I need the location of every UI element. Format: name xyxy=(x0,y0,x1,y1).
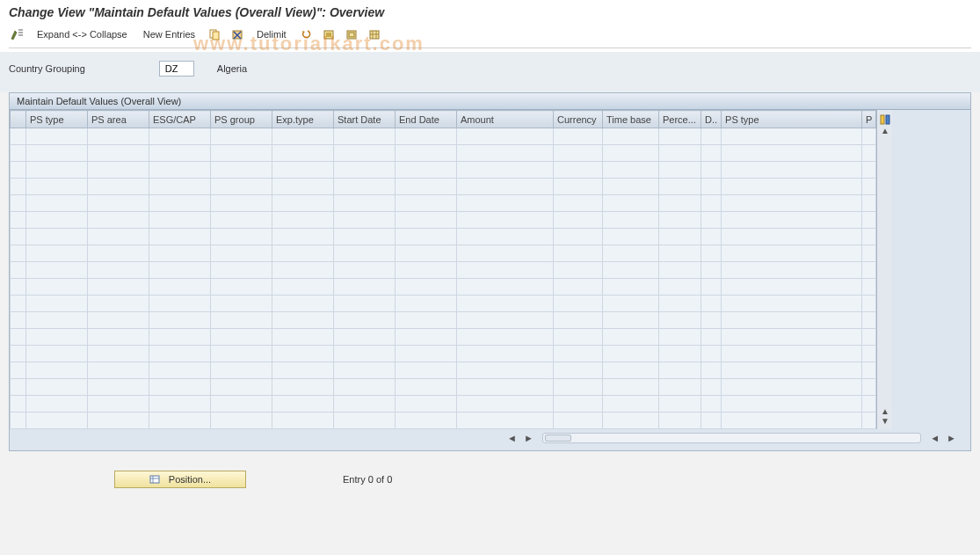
cell[interactable] xyxy=(603,229,659,245)
cell[interactable] xyxy=(149,379,211,396)
row-selector[interactable] xyxy=(11,362,26,379)
undo-icon[interactable] xyxy=(297,26,315,42)
row-selector[interactable] xyxy=(11,396,26,413)
cell[interactable] xyxy=(457,245,554,262)
cell[interactable] xyxy=(149,346,211,362)
cell[interactable] xyxy=(701,229,722,245)
cell[interactable] xyxy=(334,229,396,245)
cell[interactable] xyxy=(457,229,554,245)
cell[interactable] xyxy=(149,162,211,179)
cell[interactable] xyxy=(862,279,876,296)
cell[interactable] xyxy=(722,262,862,279)
col-12[interactable]: PS type xyxy=(722,111,862,128)
cell[interactable] xyxy=(211,329,272,346)
cell[interactable] xyxy=(862,362,876,379)
col-5[interactable]: Start Date xyxy=(334,111,396,128)
cell[interactable] xyxy=(88,128,149,145)
cell[interactable] xyxy=(272,162,334,179)
cell[interactable] xyxy=(88,362,149,379)
cell[interactable] xyxy=(554,279,603,296)
cell[interactable] xyxy=(88,212,149,229)
cell[interactable] xyxy=(88,329,149,346)
cell[interactable] xyxy=(603,212,659,229)
new-entries-button[interactable]: New Entries xyxy=(138,28,200,40)
scroll-down-icon[interactable]: ▲ xyxy=(881,406,889,416)
cell[interactable] xyxy=(396,329,457,346)
cell[interactable] xyxy=(88,179,149,195)
cell[interactable] xyxy=(88,279,149,296)
cell[interactable] xyxy=(554,195,603,212)
cell[interactable] xyxy=(659,145,701,162)
cell[interactable] xyxy=(334,279,396,296)
cell[interactable] xyxy=(211,362,272,379)
cell[interactable] xyxy=(88,413,149,429)
cell[interactable] xyxy=(659,296,701,312)
cell[interactable] xyxy=(603,413,659,429)
cell[interactable] xyxy=(701,162,722,179)
cell[interactable] xyxy=(722,212,862,229)
cell[interactable] xyxy=(26,229,88,245)
cell[interactable] xyxy=(334,362,396,379)
cell[interactable] xyxy=(334,413,396,429)
cell[interactable] xyxy=(457,396,554,413)
cell[interactable] xyxy=(149,262,211,279)
cell[interactable] xyxy=(862,145,876,162)
cell[interactable] xyxy=(211,413,272,429)
cell[interactable] xyxy=(457,346,554,362)
cell[interactable] xyxy=(701,245,722,262)
row-selector[interactable] xyxy=(11,379,26,396)
cell[interactable] xyxy=(272,229,334,245)
row-selector-header[interactable] xyxy=(11,111,26,128)
cell[interactable] xyxy=(334,329,396,346)
cell[interactable] xyxy=(659,279,701,296)
cell[interactable] xyxy=(862,312,876,329)
cell[interactable] xyxy=(862,229,876,245)
cell[interactable] xyxy=(659,379,701,396)
cell[interactable] xyxy=(272,279,334,296)
cell[interactable] xyxy=(396,279,457,296)
cell[interactable] xyxy=(722,312,862,329)
cell[interactable] xyxy=(396,296,457,312)
cell[interactable] xyxy=(659,162,701,179)
cell[interactable] xyxy=(211,195,272,212)
cell[interactable] xyxy=(659,329,701,346)
cell[interactable] xyxy=(211,346,272,362)
cell[interactable] xyxy=(722,195,862,212)
cell[interactable] xyxy=(722,362,862,379)
col-3[interactable]: PS group xyxy=(211,111,272,128)
cell[interactable] xyxy=(149,413,211,429)
vertical-scrollbar[interactable]: ▲ ▲ ▼ xyxy=(876,110,892,429)
row-selector[interactable] xyxy=(11,212,26,229)
cell[interactable] xyxy=(396,346,457,362)
cell[interactable] xyxy=(26,396,88,413)
cell[interactable] xyxy=(26,162,88,179)
cell[interactable] xyxy=(149,279,211,296)
cell[interactable] xyxy=(334,145,396,162)
cell[interactable] xyxy=(862,329,876,346)
cell[interactable] xyxy=(701,296,722,312)
row-selector[interactable] xyxy=(11,296,26,312)
cell[interactable] xyxy=(554,262,603,279)
cell[interactable] xyxy=(603,245,659,262)
cell[interactable] xyxy=(457,179,554,195)
cell[interactable] xyxy=(88,245,149,262)
cell[interactable] xyxy=(26,379,88,396)
cell[interactable] xyxy=(554,413,603,429)
cell[interactable] xyxy=(272,312,334,329)
cell[interactable] xyxy=(211,128,272,145)
cell[interactable] xyxy=(554,296,603,312)
cell[interactable] xyxy=(701,179,722,195)
col-13[interactable]: P xyxy=(862,111,876,128)
col-11[interactable]: D.. xyxy=(701,111,722,128)
cell[interactable] xyxy=(603,312,659,329)
cell[interactable] xyxy=(211,145,272,162)
cell[interactable] xyxy=(334,128,396,145)
cell[interactable] xyxy=(659,179,701,195)
cell[interactable] xyxy=(457,128,554,145)
cell[interactable] xyxy=(722,296,862,312)
cell[interactable] xyxy=(88,296,149,312)
cell[interactable] xyxy=(149,195,211,212)
cell[interactable] xyxy=(457,362,554,379)
cell[interactable] xyxy=(701,145,722,162)
row-selector[interactable] xyxy=(11,245,26,262)
